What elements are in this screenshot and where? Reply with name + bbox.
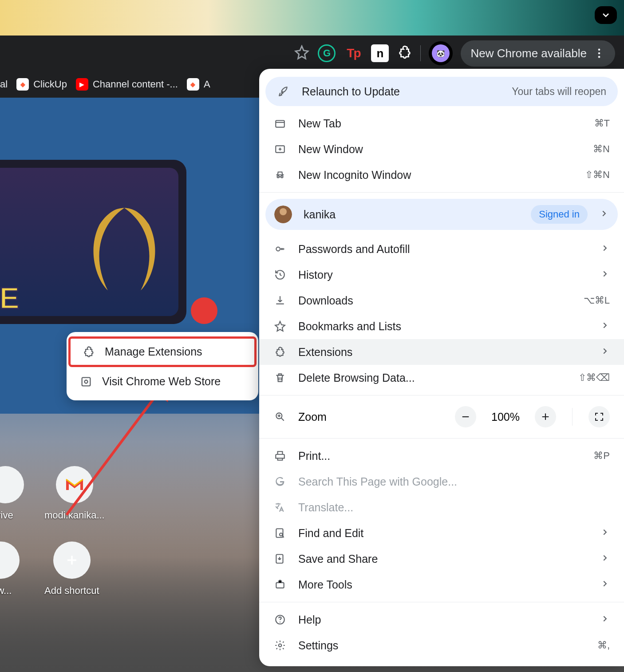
plus-icon (64, 553, 79, 568)
chevron-right-icon (599, 208, 609, 221)
zoom-value: 100% (488, 411, 523, 423)
incognito-icon (273, 168, 287, 182)
manage-extensions-item[interactable]: Manage Extensions (69, 337, 256, 366)
tp-extension-icon[interactable]: Tp (344, 44, 363, 63)
bookmarks-item[interactable]: Bookmarks and Lists (259, 313, 624, 339)
fullscreen-button[interactable] (588, 406, 610, 427)
translate-icon (273, 501, 287, 514)
update-chrome-pill[interactable]: New Chrome available (461, 40, 615, 67)
shortcut-drive[interactable]: rive (0, 466, 24, 521)
puzzle-icon (273, 345, 287, 359)
zoom-row: Zoom − 100% + (259, 400, 624, 434)
passwords-item[interactable]: Passwords and Autofill (259, 236, 624, 262)
bookmark-star-icon[interactable] (294, 45, 309, 62)
extensions-item[interactable]: Extensions (259, 339, 624, 365)
profile-item[interactable]: kanika Signed in (265, 199, 618, 230)
gear-icon (273, 639, 287, 652)
chrome-main-menu: Relaunch to Update Your tabs will reopen… (259, 69, 624, 666)
save-icon (273, 552, 287, 565)
new-tab-item[interactable]: New Tab⌘T (259, 111, 624, 136)
profile-avatar[interactable]: 🐼 (429, 41, 453, 65)
print-icon (273, 449, 287, 462)
save-share-item[interactable]: Save and Share (259, 546, 624, 572)
chevron-down-icon[interactable] (595, 6, 617, 24)
gmail-icon (65, 478, 84, 492)
bookmark-item[interactable]: ▶Channel content -... (76, 78, 178, 91)
bookmark-item[interactable]: ◆A (187, 78, 210, 91)
shortcut-gmail[interactable]: modi.kanika... (44, 466, 105, 521)
trash-icon (273, 371, 287, 384)
zoom-icon (273, 410, 287, 423)
incognito-item[interactable]: New Incognito Window⇧⌘N (259, 162, 624, 188)
extensions-submenu: Manage Extensions Visit Chrome Web Store (67, 332, 258, 400)
find-icon (273, 526, 287, 540)
shortcut-ww[interactable]: ww... (0, 542, 20, 597)
print-item[interactable]: Print...⌘P (259, 443, 624, 469)
wreath-icon (80, 200, 169, 315)
window-icon (273, 142, 287, 156)
tab-icon (273, 117, 287, 130)
help-item[interactable]: Help (259, 607, 624, 632)
bookmark-item[interactable]: al (0, 79, 8, 90)
delete-data-item[interactable]: Delete Browsing Data...⇧⌘⌫ (259, 365, 624, 391)
extensions-puzzle-icon[interactable] (397, 45, 412, 62)
rocket-icon (277, 85, 290, 98)
shortcut-add[interactable]: Add shortcut (44, 542, 99, 597)
store-icon (80, 376, 92, 388)
visit-webstore-item[interactable]: Visit Chrome Web Store (67, 367, 258, 396)
annotation-red-dot (191, 297, 217, 324)
briefcase-icon (273, 578, 287, 591)
grammarly-icon[interactable]: G (317, 44, 336, 63)
doodle-text: GLE (0, 281, 20, 315)
more-menu-icon[interactable] (593, 47, 605, 59)
download-icon (273, 294, 287, 307)
update-label: New Chrome available (470, 47, 587, 60)
help-icon (273, 613, 287, 626)
google-icon (273, 475, 287, 488)
settings-item[interactable]: Settings⌘, (259, 632, 624, 658)
search-google-item: Search This Page with Google... (259, 469, 624, 494)
zoom-in-button[interactable]: + (535, 406, 556, 427)
toolbar-divider (420, 45, 421, 61)
zoom-out-button[interactable]: − (455, 406, 476, 427)
notion-extension-icon[interactable]: n (371, 44, 389, 63)
google-doodle-card[interactable]: GLE (0, 160, 186, 324)
translate-item: Translate... (259, 494, 624, 520)
downloads-item[interactable]: Downloads⌥⌘L (259, 288, 624, 313)
history-icon (273, 268, 287, 281)
history-item[interactable]: History (259, 262, 624, 288)
more-tools-item[interactable]: More Tools (259, 572, 624, 597)
star-icon (273, 320, 287, 333)
profile-avatar-small (274, 206, 292, 223)
puzzle-icon (83, 346, 95, 358)
find-edit-item[interactable]: Find and Edit (259, 520, 624, 546)
signed-in-badge: Signed in (531, 205, 588, 224)
relaunch-item[interactable]: Relaunch to Update Your tabs will reopen (265, 77, 618, 106)
new-window-item[interactable]: New Window⌘N (259, 136, 624, 162)
wallpaper-top (0, 0, 624, 36)
browser-toolbar: G Tp n 🐼 New Chrome available (0, 36, 624, 71)
key-icon (273, 242, 287, 256)
bookmark-item[interactable]: ◆ClickUp (16, 78, 67, 91)
